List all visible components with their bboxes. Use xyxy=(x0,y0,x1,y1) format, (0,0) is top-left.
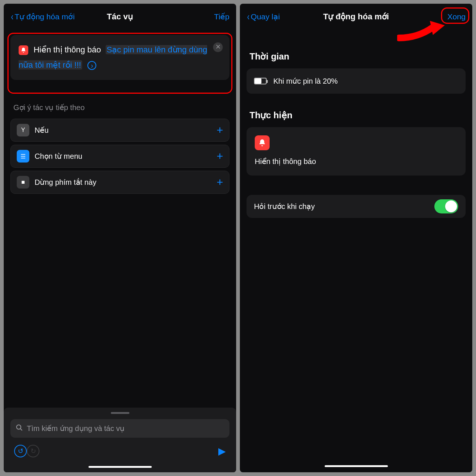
search-icon xyxy=(16,424,23,433)
ask-before-run-row[interactable]: Hỏi trước khi chạy xyxy=(247,195,466,218)
plus-icon[interactable]: + xyxy=(216,176,223,189)
battery-icon xyxy=(254,78,267,84)
nav-back-label: Quay lại xyxy=(251,12,280,21)
suggestion-stop[interactable]: ■ Dừng phím tắt này + xyxy=(10,171,229,194)
suggestions-header: Gợi ý tác vụ tiếp theo xyxy=(13,103,226,112)
nav-back-label: Tự động hóa mới xyxy=(15,12,75,21)
search-placeholder: Tìm kiếm ứng dụng và tác vụ xyxy=(27,424,125,433)
undo-button[interactable]: ↺ xyxy=(14,445,27,457)
nav-bar: ‹ Tự động hóa mới Tác vụ Tiếp xyxy=(4,4,236,30)
suggestions-list: Y Nếu + ☰ Chọn từ menu + ■ Dừng phím tắt… xyxy=(10,119,229,194)
nav-bar: ‹ Quay lại Tự động hóa mới Xong xyxy=(240,4,472,30)
phone-right: ‹ Quay lại Tự động hóa mới Xong Thời gia… xyxy=(240,4,472,472)
suggestion-menu[interactable]: ☰ Chọn từ menu + xyxy=(10,145,229,168)
svg-line-1 xyxy=(20,428,22,430)
bottom-sheet[interactable]: Tìm kiếm ứng dụng và tác vụ ↺ ↻ ▶ xyxy=(4,408,236,472)
plus-icon[interactable]: + xyxy=(216,124,223,136)
chevron-left-icon: ‹ xyxy=(247,12,250,22)
branch-icon: Y xyxy=(17,124,29,136)
when-condition-card[interactable]: Khi mức pin là 20% xyxy=(247,68,466,94)
suggestion-if[interactable]: Y Nếu + xyxy=(10,119,229,142)
ask-toggle[interactable] xyxy=(434,199,458,213)
suggestion-label: Dừng phím tắt này xyxy=(35,178,96,187)
chevron-circle-icon[interactable] xyxy=(87,61,96,70)
stop-icon: ■ xyxy=(17,176,29,189)
menu-icon: ☰ xyxy=(17,150,29,163)
do-action-text: Hiển thị thông báo xyxy=(255,157,316,166)
run-button[interactable]: ▶ xyxy=(218,446,226,457)
chevron-left-icon: ‹ xyxy=(11,12,13,22)
nav-back[interactable]: ‹ Quay lại xyxy=(247,12,280,22)
suggestion-label: Chọn từ menu xyxy=(35,152,82,161)
search-input[interactable]: Tìm kiếm ứng dụng và tác vụ xyxy=(10,419,229,438)
home-indicator[interactable] xyxy=(89,466,152,468)
delete-action-button[interactable]: ✕ xyxy=(213,42,223,52)
nav-done[interactable]: Xong xyxy=(447,12,466,21)
when-condition-text: Khi mức pin là 20% xyxy=(273,77,338,86)
grabber-icon[interactable] xyxy=(111,412,129,414)
plus-icon[interactable]: + xyxy=(216,150,223,163)
ask-before-run-label: Hỏi trước khi chạy xyxy=(254,202,315,211)
do-action-card[interactable]: Hiển thị thông báo xyxy=(247,127,466,176)
bell-icon xyxy=(19,45,28,55)
svg-point-0 xyxy=(17,425,21,429)
toolbar: ↺ ↻ ▶ xyxy=(10,438,229,464)
bell-icon xyxy=(255,135,270,150)
phone-left: ‹ Tự động hóa mới Tác vụ Tiếp Hiển thị t… xyxy=(4,4,236,472)
action-label: Hiển thị thông báo xyxy=(33,45,101,54)
nav-next[interactable]: Tiếp xyxy=(214,12,229,21)
section-do-title: Thực hiện xyxy=(250,110,463,120)
suggestion-label: Nếu xyxy=(35,126,49,135)
home-indicator[interactable] xyxy=(325,465,388,467)
notification-action-card[interactable]: Hiển thị thông báo Sạc pin mau lên đừng … xyxy=(10,35,229,80)
section-when-title: Thời gian xyxy=(250,51,463,62)
content-left: Hiển thị thông báo Sạc pin mau lên đừng … xyxy=(4,30,236,472)
redo-button[interactable]: ↻ xyxy=(27,445,39,457)
nav-back[interactable]: ‹ Tự động hóa mới xyxy=(10,12,75,22)
content-right: Thời gian Khi mức pin là 20% Thực hiện H… xyxy=(240,30,472,472)
